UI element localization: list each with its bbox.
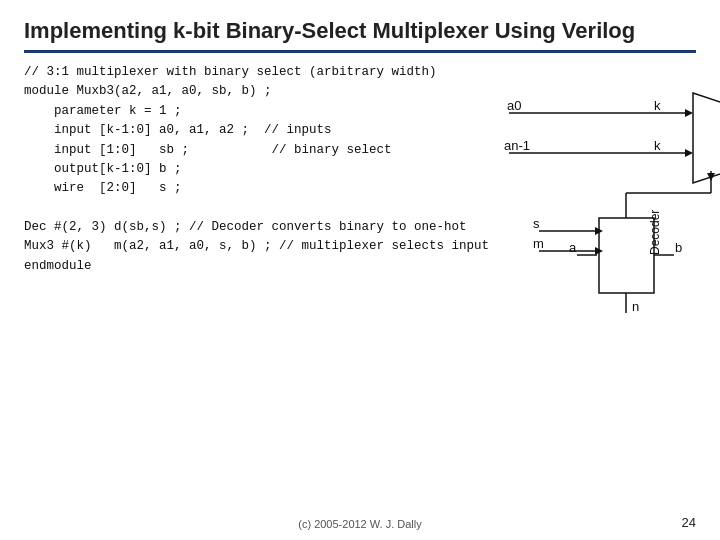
an1-label: an-1 bbox=[504, 138, 530, 153]
m-label: m bbox=[533, 236, 544, 251]
slide: Implementing k-bit Binary-Select Multipl… bbox=[0, 0, 720, 540]
diagram-section: a0 k an-1 k b k bbox=[489, 63, 720, 347]
diagram-svg: a0 k an-1 k b k bbox=[489, 63, 720, 343]
a0-label: a0 bbox=[507, 98, 521, 113]
svg-marker-5 bbox=[685, 149, 693, 157]
svg-marker-20 bbox=[707, 173, 715, 181]
copyright: (c) 2005-2012 W. J. Dally bbox=[298, 518, 422, 530]
s-label: s bbox=[533, 216, 540, 231]
decoder-label: Decoder bbox=[648, 210, 662, 255]
code-section: // 3:1 multiplexer with binary select (a… bbox=[24, 63, 489, 347]
svg-marker-2 bbox=[685, 109, 693, 117]
footer: (c) 2005-2012 W. J. Dally bbox=[0, 518, 720, 530]
k-label-top: k bbox=[654, 98, 661, 113]
a-label: a bbox=[569, 240, 577, 255]
page-number: 24 bbox=[682, 515, 696, 530]
slide-title: Implementing k-bit Binary-Select Multipl… bbox=[24, 18, 696, 53]
b-decoder-label: b bbox=[675, 240, 682, 255]
content-area: // 3:1 multiplexer with binary select (a… bbox=[24, 63, 696, 347]
code-block: // 3:1 multiplexer with binary select (a… bbox=[24, 63, 489, 276]
svg-rect-9 bbox=[599, 218, 654, 293]
n-label: n bbox=[632, 299, 639, 314]
svg-marker-6 bbox=[693, 93, 720, 183]
k-label-mid: k bbox=[654, 138, 661, 153]
